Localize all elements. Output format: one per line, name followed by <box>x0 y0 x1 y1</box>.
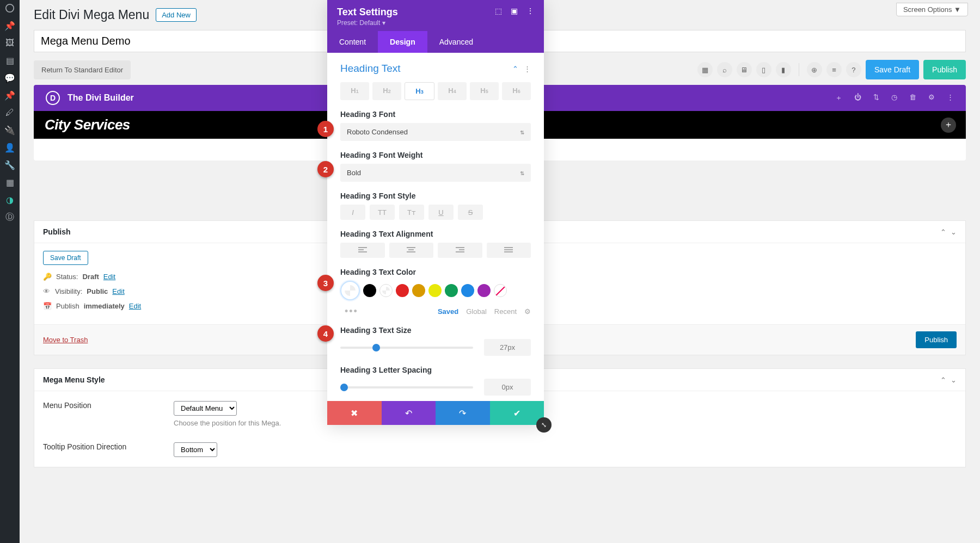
add-module-button[interactable]: ＋ <box>941 118 956 133</box>
color-tab-saved[interactable]: Saved <box>438 307 458 316</box>
tools-icon[interactable]: 🔧 <box>4 159 15 170</box>
align-center-button[interactable] <box>389 243 434 258</box>
trash-icon[interactable]: 🗑 <box>909 93 916 103</box>
swatch-red[interactable] <box>396 284 409 297</box>
gear-icon[interactable]: ⚙ <box>928 93 935 103</box>
key-icon: 🔑 <box>43 273 52 281</box>
metabox-collapse-up-icon[interactable]: ⌃ <box>940 228 946 236</box>
color-tab-global[interactable]: Global <box>466 307 487 316</box>
section-heading-text[interactable]: Heading Text <box>340 63 401 75</box>
metabox2-collapse-up-icon[interactable]: ⌃ <box>940 376 946 384</box>
color-tab-recent[interactable]: Recent <box>494 307 517 316</box>
h5-tab[interactable]: H5 <box>470 82 499 100</box>
zoom-icon[interactable]: ⊕ <box>807 62 822 77</box>
confirm-button[interactable]: ✔ <box>490 401 544 425</box>
status-edit-link[interactable]: Edit <box>103 273 115 281</box>
search-icon[interactable]: ⌕ <box>717 62 732 77</box>
letter-spacing-value[interactable]: 0px <box>484 379 531 396</box>
layers-icon[interactable]: ≡ <box>826 62 842 77</box>
letter-spacing-slider[interactable] <box>340 386 473 388</box>
grid-icon[interactable]: ▦ <box>697 62 713 77</box>
undo-button[interactable]: ↶ <box>382 401 436 425</box>
sort-icon[interactable]: ⇅ <box>873 93 879 103</box>
swatch-none[interactable] <box>494 284 507 297</box>
admin-sidebar: 📌 🖼 ▤ 💬 📌 🖊 🔌 👤 🔧 ▦ ◑ Ⓓ <box>0 0 20 543</box>
help-icon[interactable]: ? <box>846 62 861 77</box>
align-justify-button[interactable] <box>487 243 531 258</box>
align-left-button[interactable] <box>340 243 385 258</box>
panel-more-icon[interactable]: ⋮ <box>526 7 534 15</box>
font-select[interactable]: Roboto Condensed <box>340 123 531 141</box>
text-size-value[interactable]: 27px <box>484 339 531 356</box>
swatch-black[interactable] <box>363 284 376 297</box>
swatch-blue[interactable] <box>461 284 474 297</box>
power-icon[interactable]: ⏻ <box>854 93 861 103</box>
add-icon[interactable]: ＋ <box>835 93 842 103</box>
weight-select[interactable]: Bold <box>340 164 531 182</box>
settings-preset[interactable]: Preset: Default▾ <box>337 19 495 27</box>
redo-button[interactable]: ↷ <box>436 401 490 425</box>
swatch-orange[interactable] <box>412 284 425 297</box>
save-draft-small-button[interactable]: Save Draft <box>43 251 88 265</box>
settings-icon[interactable]: ▦ <box>4 177 15 188</box>
tab-advanced[interactable]: Advanced <box>427 31 485 53</box>
color-more-icon[interactable]: ••• <box>345 306 358 317</box>
uppercase-button[interactable]: TT <box>370 205 395 220</box>
dashboard-icon[interactable] <box>4 3 15 14</box>
desktop-icon[interactable]: 🖥 <box>737 62 752 77</box>
metabox2-collapse-down-icon[interactable]: ⌄ <box>951 376 957 384</box>
tooltip-select[interactable]: Bottom <box>174 442 217 457</box>
swatch-selected[interactable] <box>340 281 360 300</box>
resize-handle[interactable]: ⤡ <box>536 417 552 433</box>
smallcaps-button[interactable]: Tᴛ <box>399 205 424 220</box>
return-standard-editor-button[interactable]: Return To Standard Editor <box>34 60 131 79</box>
align-right-button[interactable] <box>438 243 482 258</box>
menu-position-select[interactable]: Default Menu <box>174 401 237 416</box>
visibility-edit-link[interactable]: Edit <box>112 287 124 295</box>
phone-icon[interactable]: ▮ <box>776 62 791 77</box>
publish-top-button[interactable]: Publish <box>923 60 966 79</box>
underline-button[interactable]: U <box>428 205 454 220</box>
comments-icon[interactable]: 💬 <box>4 72 15 83</box>
hover-icon[interactable]: ⬚ <box>495 7 502 15</box>
strike-button[interactable]: S <box>458 205 483 220</box>
users-icon[interactable]: 👤 <box>4 142 15 153</box>
swatch-yellow[interactable] <box>428 284 442 297</box>
publish-edit-link[interactable]: Edit <box>129 302 141 310</box>
divi-color-icon[interactable]: ◑ <box>4 194 15 205</box>
swatch-green[interactable] <box>445 284 458 297</box>
plugins-icon[interactable]: 🔌 <box>4 125 15 135</box>
h2-tab[interactable]: H2 <box>372 82 401 100</box>
pin-icon[interactable]: 📌 <box>4 20 15 31</box>
h6-tab[interactable]: H6 <box>502 82 531 100</box>
section-collapse-icon[interactable]: ⌃ <box>512 65 518 73</box>
color-settings-icon[interactable]: ⚙ <box>524 307 531 316</box>
h4-tab[interactable]: H4 <box>438 82 467 100</box>
brush-icon[interactable]: 🖊 <box>4 107 15 118</box>
more-icon[interactable]: ⋮ <box>947 93 954 103</box>
tab-content[interactable]: Content <box>327 31 378 53</box>
clock-icon[interactable]: ◷ <box>891 93 897 103</box>
text-size-slider[interactable] <box>340 347 473 349</box>
h3-tab[interactable]: H3 <box>405 82 434 100</box>
swatch-transparent[interactable] <box>379 284 393 297</box>
save-draft-button[interactable]: Save Draft <box>866 60 919 79</box>
swatch-purple[interactable] <box>477 284 491 297</box>
responsive-icon[interactable]: ▣ <box>511 7 518 15</box>
italic-button[interactable]: I <box>340 205 365 220</box>
pin2-icon[interactable]: 📌 <box>4 90 15 101</box>
publish-metabox-title: Publish <box>43 227 71 236</box>
pages-icon[interactable]: ▤ <box>4 55 15 66</box>
media-icon[interactable]: 🖼 <box>4 38 15 48</box>
cancel-button[interactable]: ✖ <box>327 401 382 425</box>
move-to-trash-link[interactable]: Move to Trash <box>43 336 88 344</box>
add-new-button[interactable]: Add New <box>156 8 197 22</box>
section-more-icon[interactable]: ⋮ <box>524 65 531 73</box>
screen-options-button[interactable]: Screen Options ▼ <box>896 3 968 16</box>
metabox-collapse-down-icon[interactable]: ⌄ <box>951 228 957 236</box>
h1-tab[interactable]: H1 <box>340 82 369 100</box>
divi-icon[interactable]: Ⓓ <box>4 212 15 223</box>
tab-design[interactable]: Design <box>378 31 427 53</box>
publish-button[interactable]: Publish <box>916 331 957 348</box>
tablet-icon[interactable]: ▯ <box>756 62 771 77</box>
